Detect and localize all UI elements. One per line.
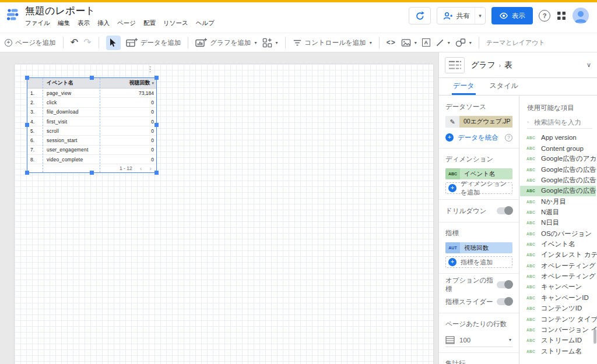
metric-slider-toggle[interactable] xyxy=(497,298,512,305)
embed-icon[interactable]: <> xyxy=(387,38,396,47)
rows-per-page-select[interactable]: 100 ▾ xyxy=(445,333,512,347)
add-metric-button[interactable]: + 指標を追加 xyxy=(445,256,512,268)
menu-resource[interactable]: リソース xyxy=(163,19,188,27)
add-page-button[interactable]: + ページを追加 xyxy=(5,38,56,47)
field-item[interactable]: ABCイベント名 xyxy=(520,239,596,249)
metric-chip[interactable]: AUT 視聴回数 xyxy=(445,242,512,253)
menu-arrange[interactable]: 配置 xyxy=(143,19,156,27)
add-data-button[interactable]: データを追加 xyxy=(126,38,181,47)
optional-metrics-row: オプションの指標 xyxy=(445,279,512,291)
looker-studio-logo[interactable] xyxy=(6,8,20,23)
add-dimension-button[interactable]: + ディメンションを追加 xyxy=(445,182,512,194)
undo-button[interactable]: ↶ xyxy=(71,38,78,47)
report-page[interactable]: ⋮ イベント名 視聴回数▾ 1.page_view73,184 2.click0… xyxy=(15,64,433,364)
field-item[interactable]: ABCOSのバージョン xyxy=(520,228,596,239)
redo-button[interactable]: ↷ xyxy=(83,38,91,47)
field-item[interactable]: ABCインタレスト カテゴリ xyxy=(520,250,596,260)
shape-tool-button[interactable]: ▾ xyxy=(455,38,472,47)
tab-style[interactable]: スタイル xyxy=(489,78,519,95)
available-fields-label: 使用可能な項目 xyxy=(527,104,574,112)
field-item[interactable]: ABCオペレーティング シ… xyxy=(520,271,596,281)
report-title[interactable]: 無題のレポート xyxy=(25,5,215,17)
panel-config-column: データソース ✎ 00エグウェブ.JP + データを統合 ? ディメンション xyxy=(439,96,519,364)
optional-metrics-toggle[interactable] xyxy=(497,281,512,288)
pagination-prev-icon[interactable]: ‹ xyxy=(140,165,142,171)
blend-data-button[interactable]: データを統合 xyxy=(458,133,501,142)
help-circle-icon[interactable]: ? xyxy=(505,134,512,142)
line-tool-button[interactable]: ▾ xyxy=(436,38,450,47)
field-item[interactable]: ABCNか月目 xyxy=(520,196,596,207)
field-item[interactable]: ABCContent group xyxy=(520,143,596,153)
refresh-button[interactable] xyxy=(409,7,431,24)
pagination-next-icon[interactable]: › xyxy=(149,165,152,171)
image-tool-button[interactable]: ▾ xyxy=(401,38,417,47)
resize-handle-se[interactable] xyxy=(154,171,159,175)
menu-page[interactable]: ページ xyxy=(117,19,136,27)
text-tool-button[interactable]: A xyxy=(422,38,430,47)
community-visualizations-button[interactable]: ▾ xyxy=(262,38,278,48)
field-item[interactable]: ABCオペレーティング シ… xyxy=(520,260,596,271)
share-button[interactable]: 共有 ▾ xyxy=(437,7,486,24)
table-header-dimension[interactable]: イベント名 xyxy=(27,79,93,87)
edit-pencil-icon[interactable]: ✎ xyxy=(445,116,459,128)
metric-section: 指標 AUT 視聴回数 + 指標を追加 xyxy=(439,229,519,268)
resize-handle-e[interactable] xyxy=(154,123,159,127)
tab-data[interactable]: データ xyxy=(452,78,476,95)
resize-handle-sw[interactable] xyxy=(25,171,29,175)
menu-file[interactable]: ファイル xyxy=(25,19,50,27)
field-item-selected[interactable]: ABCGoogle広告の広告ネ… xyxy=(520,186,596,196)
resize-handle-ne[interactable] xyxy=(154,76,159,80)
menu-insert[interactable]: 挿入 xyxy=(97,19,110,27)
field-item[interactable]: ABCApp version xyxy=(520,132,596,143)
field-item[interactable]: ABCコンテンツID xyxy=(520,303,596,314)
table-chart[interactable]: イベント名 視聴回数▾ 1.page_view73,184 2.click0 3… xyxy=(27,77,157,173)
row-metric: 0 xyxy=(99,109,156,115)
field-item[interactable]: ABCGoogle広告の広告グ… xyxy=(520,164,596,175)
view-button[interactable]: 表示 xyxy=(491,7,533,24)
apps-grid-icon[interactable] xyxy=(556,10,567,21)
avatar[interactable] xyxy=(573,8,589,24)
resize-handle-s[interactable] xyxy=(90,171,94,175)
share-dropdown-caret[interactable]: ▾ xyxy=(475,8,485,24)
drilldown-toggle[interactable] xyxy=(497,207,512,214)
data-source-chip[interactable]: ✎ 00エグウェブ.JP xyxy=(445,116,512,128)
field-list-scrollbar[interactable] xyxy=(594,329,596,344)
menu-view[interactable]: 表示 xyxy=(78,19,90,27)
menu-help[interactable]: ヘルプ xyxy=(196,19,215,27)
field-search-input[interactable] xyxy=(534,119,592,126)
field-item[interactable]: ABCストリームID xyxy=(520,335,596,346)
resize-handle-nw[interactable] xyxy=(25,76,29,80)
table-header-metric[interactable]: 視聴回数▾ xyxy=(93,79,156,87)
select-tool-button[interactable] xyxy=(106,36,121,50)
dimension-label: ディメンション xyxy=(445,155,512,164)
cursor-icon xyxy=(110,38,117,47)
field-item[interactable]: ABCGoogle広告の広告グ… xyxy=(520,175,596,185)
add-control-button[interactable]: コントロールを追加 ▾ xyxy=(293,38,372,47)
field-name: キャンペーンID xyxy=(541,294,589,302)
field-name: キャンペーン xyxy=(541,282,582,291)
field-item[interactable]: ABCN日目 xyxy=(520,218,596,228)
field-item[interactable]: ABCコンバージョン イベ… xyxy=(520,324,596,335)
plus-circle-icon: + xyxy=(448,184,456,192)
field-item[interactable]: ABCN週目 xyxy=(520,207,596,217)
section-divider xyxy=(439,352,519,353)
field-name: ストリームID xyxy=(541,336,582,345)
dimension-chip[interactable]: ABC イベント名 xyxy=(445,168,512,179)
resize-handle-n[interactable] xyxy=(90,76,94,80)
theme-layout-button[interactable]: テーマとレイアウト xyxy=(486,38,545,47)
plus-circle-icon: + xyxy=(448,258,456,266)
field-item[interactable]: ABCキャンペーンID xyxy=(520,292,596,303)
field-item[interactable]: ABCコンテンツ タイプ xyxy=(520,314,596,324)
help-button[interactable]: ? xyxy=(539,10,550,22)
menu-edit[interactable]: 編集 xyxy=(58,19,70,27)
field-item[interactable]: ABCキャンペーン xyxy=(520,282,596,292)
field-item[interactable]: ABCストリーム名 xyxy=(520,346,596,356)
share-button-main[interactable]: 共有 xyxy=(437,8,475,24)
field-item[interactable]: ABCGoogle広告のアカウ… xyxy=(520,154,596,164)
panel-collapse-chevron-icon[interactable]: ∨ xyxy=(587,61,591,69)
chart-options-menu-icon[interactable]: ⋮ xyxy=(146,65,154,73)
section-divider xyxy=(439,313,519,313)
add-chart-button[interactable]: グラフを追加 ▾ xyxy=(195,38,257,47)
blocks-add-icon xyxy=(262,38,272,48)
resize-handle-w[interactable] xyxy=(25,123,29,127)
